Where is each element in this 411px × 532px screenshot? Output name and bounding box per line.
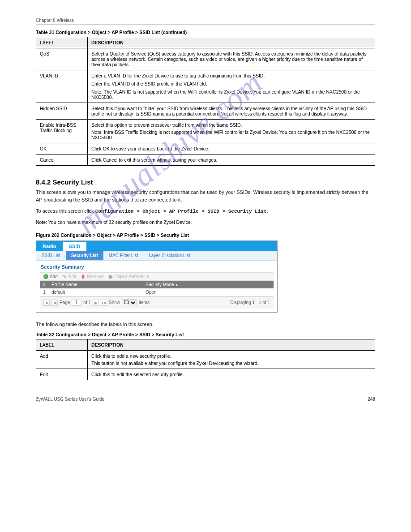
plus-icon: +: [43, 274, 48, 279]
table31-head-desc: DESCRIPTION: [88, 37, 375, 48]
main-tabbar: Radio SSID: [36, 241, 277, 251]
row-label: VLAN ID: [36, 70, 88, 103]
section-heading: 8.4.2 Security List: [36, 178, 375, 186]
sub-tabbar: SSID List Security List MAC Filter List …: [36, 251, 277, 261]
table31-head-label: LABEL: [36, 37, 88, 48]
row-label: Enable Intra-BSS Traffic Blocking: [36, 120, 88, 143]
section-navnote: To access this screen click Configuratio…: [36, 207, 375, 215]
tab-mac-filter-list[interactable]: MAC Filter List: [103, 251, 144, 260]
col-profile-name[interactable]: Profile Name: [49, 281, 143, 288]
table-head-row: LABEL DESCRIPTION: [36, 37, 375, 48]
first-page-button[interactable]: ⏮: [43, 300, 50, 306]
page-size-select[interactable]: 50: [122, 299, 137, 306]
edit-button[interactable]: ✎ Edit: [62, 274, 76, 279]
table-row: Cancel Click Cancel to exit this screen …: [36, 154, 375, 166]
tab-ssid-list[interactable]: SSID List: [36, 251, 66, 260]
edit-label: Edit: [68, 274, 76, 279]
col-index[interactable]: #: [40, 281, 49, 288]
last-page-button[interactable]: ⏭: [101, 300, 107, 306]
header-divider: [36, 25, 375, 25]
table32-head-desc: DESCRIPTION: [88, 339, 375, 350]
object-reference-button[interactable]: ▦ Object Reference: [108, 274, 149, 279]
row-desc: Enter a VLAN ID for the Zyxel Device to …: [88, 70, 375, 103]
col-security-mode[interactable]: Security Mode ▴: [143, 281, 274, 288]
table-row: OK Click OK to save your changes back to…: [36, 143, 375, 154]
row-desc: Click Cancel to exit this screen without…: [88, 154, 375, 166]
row-desc-line: Select this option to prevent crossover …: [91, 122, 371, 128]
security-summary-heading: Security Summary: [36, 261, 277, 272]
add-label: Add: [50, 274, 58, 279]
pager-status: Displaying 1 - 1 of 1: [231, 300, 270, 305]
next-page-button[interactable]: ▶: [93, 300, 99, 306]
cell-security-mode: Open: [143, 288, 274, 296]
row-desc-line: Enter the VLAN ID of the SSID profile in…: [91, 81, 371, 86]
remove-button[interactable]: 🗑 Remove: [81, 274, 103, 279]
cell-profile-name: default: [49, 288, 143, 296]
show-label: Show: [109, 300, 120, 305]
footer-product: ZyWALL USG Series User's Guide: [36, 397, 104, 402]
row-desc: Select a Quality of Service (QoS) access…: [88, 48, 375, 70]
tab-layer2-isolation-list[interactable]: Layer-2 Isolation List: [143, 251, 195, 260]
row-label: QoS: [36, 48, 88, 70]
row-desc-line: Enter a VLAN ID for the Zyxel Device to …: [91, 73, 371, 78]
grid-header: # Profile Name Security Mode ▴: [40, 281, 274, 288]
toolbar: + Add ✎ Edit 🗑 Remove ▦ Object Reference: [40, 272, 274, 281]
row-desc: Click this to add a new security profile…: [88, 350, 375, 369]
table31-caption: Table 31 Configuration > Object > AP Pro…: [36, 30, 375, 35]
reference-label: Object Reference: [114, 274, 149, 279]
row-desc-line: This button is not available after you c…: [91, 360, 371, 366]
table31: LABEL DESCRIPTION QoS Select a Quality o…: [36, 37, 375, 166]
page-input[interactable]: [72, 300, 81, 306]
table-row: VLAN ID Enter a VLAN ID for the Zyxel De…: [36, 70, 375, 103]
screenshot-panel: Radio SSID SSID List Security List MAC F…: [36, 240, 278, 313]
page-chapter: Chapter 8 Wireless: [36, 18, 375, 23]
tab-ssid[interactable]: SSID: [63, 242, 87, 251]
section-paragraph: This screen allows you to manage wireles…: [36, 189, 375, 204]
figure-caption: Figure 202 Configuration > Object > AP P…: [36, 232, 375, 238]
footer-page: 248: [368, 397, 375, 402]
table-row: Hidden SSID Select this if you want to "…: [36, 103, 375, 120]
row-label: Cancel: [36, 154, 88, 166]
remove-label: Remove: [87, 274, 103, 279]
row-desc: Click OK to save your changes back to th…: [88, 143, 375, 154]
table-row: QoS Select a Quality of Service (QoS) ac…: [36, 48, 375, 70]
row-label: Add: [36, 350, 88, 369]
add-button[interactable]: + Add: [43, 274, 58, 279]
navnote-prefix: To access this screen click: [36, 208, 95, 214]
reference-icon: ▦: [108, 274, 113, 279]
row-label: Hidden SSID: [36, 103, 88, 120]
items-label: items: [139, 300, 150, 305]
grid-row[interactable]: 1 default Open: [40, 288, 274, 296]
table32-caption: Table 32 Configuration > Object > AP Pro…: [36, 332, 375, 337]
row-desc-line: Note: The VLAN ID is not supported when …: [91, 89, 371, 100]
footer-divider: [36, 392, 375, 392]
table-row: Edit Click this to edit the selected sec…: [36, 369, 375, 380]
pencil-icon: ✎: [62, 274, 67, 279]
row-label: Edit: [36, 369, 88, 380]
page-of-label: of 1: [83, 300, 91, 305]
row-desc: Select this if you want to "hide" your S…: [88, 103, 375, 120]
cell-index: 1: [40, 288, 49, 296]
tab-security-list[interactable]: Security List: [66, 251, 103, 260]
table32-head-label: LABEL: [36, 339, 88, 350]
prev-page-button[interactable]: ◀: [51, 300, 58, 306]
page-label: Page: [60, 300, 70, 305]
table32: LABEL DESCRIPTION Add Click this to add …: [36, 339, 375, 380]
row-desc-line: Click this to add a new security profile…: [91, 353, 371, 359]
table-row: Enable Intra-BSS Traffic Blocking Select…: [36, 120, 375, 143]
row-label: OK: [36, 143, 88, 154]
navnote-path: Configuration > Object > AP Profile > SS…: [95, 209, 267, 214]
row-desc: Click this to edit the selected security…: [88, 369, 375, 380]
tab-radio[interactable]: Radio: [36, 242, 63, 251]
table-head-row: LABEL DESCRIPTION: [36, 339, 375, 350]
trash-icon: 🗑: [81, 274, 86, 279]
table-row: Add Click this to add a new security pro…: [36, 350, 375, 369]
table32-intro: The following table describes the labels…: [36, 321, 375, 328]
section-note: Note: You can have a maximum of 32 secur…: [36, 219, 375, 226]
footer: ZyWALL USG Series User's Guide 248: [36, 397, 375, 402]
pager: ⏮ ◀ Page of 1 ▶ ⏭ Show 50 items Displayi…: [40, 296, 274, 309]
row-desc-line: Note: Intra-BSS Traffic Blocking is not …: [91, 129, 371, 140]
row-desc: Select this option to prevent crossover …: [88, 120, 375, 143]
